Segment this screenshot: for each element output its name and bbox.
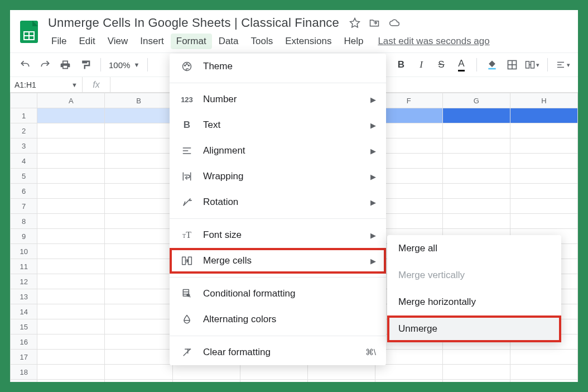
menu-item-label: Rotation xyxy=(203,197,238,208)
row-header[interactable]: 1 xyxy=(11,108,37,123)
menu-item-label: Merge cells xyxy=(203,255,252,266)
submenu-arrow-icon: ▶ xyxy=(370,147,376,155)
star-icon[interactable] xyxy=(349,17,360,28)
col-header-h[interactable]: H xyxy=(510,93,577,108)
palette-icon xyxy=(181,60,193,73)
bold-button[interactable]: B xyxy=(394,58,408,72)
menu-item-label: Theme xyxy=(203,61,233,72)
menu-insert[interactable]: Insert xyxy=(134,34,170,49)
menu-item-label: Clear formatting xyxy=(203,347,271,358)
format-menu-cond[interactable]: Conditional formatting xyxy=(170,281,386,307)
name-box[interactable]: A1:H1▼ xyxy=(10,77,83,92)
menu-item-label: Font size xyxy=(203,230,242,241)
menu-data[interactable]: Data xyxy=(213,34,244,49)
cloud-status-icon[interactable] xyxy=(388,17,401,28)
svg-rect-23 xyxy=(189,257,192,264)
format-menu-alt[interactable]: Alternating colors xyxy=(170,307,386,332)
menubar: File Edit View Insert Format Data Tools … xyxy=(46,31,490,49)
col-header-g[interactable]: G xyxy=(442,93,510,108)
col-header-a[interactable]: A xyxy=(37,93,105,108)
svg-point-15 xyxy=(186,64,187,65)
cond-icon xyxy=(181,288,193,300)
text-color-button[interactable]: A xyxy=(454,58,469,72)
format-dropdown: Theme123Number▶BText▶Alignment▶Wrapping▶… xyxy=(170,54,386,365)
menu-view[interactable]: View xyxy=(102,34,134,49)
app-window: Unmerge Cells In Google Sheets | Classic… xyxy=(10,10,578,382)
strikethrough-button[interactable]: S xyxy=(434,58,449,72)
zoom-selector[interactable]: 100%▼ xyxy=(109,60,139,70)
merge-submenu-merge-all[interactable]: Merge all xyxy=(387,235,561,262)
drop-icon xyxy=(181,313,193,326)
bold-icon: B xyxy=(181,119,193,131)
row-19: 19 xyxy=(11,380,578,383)
menu-help[interactable]: Help xyxy=(338,34,369,49)
menu-tools[interactable]: Tools xyxy=(245,34,279,49)
submenu-arrow-icon: ▶ xyxy=(370,257,376,265)
format-menu-wrapping[interactable]: Wrapping▶ xyxy=(170,164,386,189)
submenu-arrow-icon: ▶ xyxy=(370,121,376,130)
svg-rect-22 xyxy=(182,257,186,264)
move-to-folder-icon[interactable] xyxy=(368,17,380,28)
clear-icon xyxy=(181,346,193,358)
align-icon xyxy=(181,145,193,157)
fx-label: fx xyxy=(83,77,110,92)
sheets-logo-icon[interactable] xyxy=(19,18,39,45)
undo-button[interactable] xyxy=(18,58,32,72)
svg-point-16 xyxy=(188,65,189,66)
svg-rect-9 xyxy=(531,61,534,68)
svg-point-14 xyxy=(185,65,186,66)
menu-file[interactable]: File xyxy=(46,34,72,49)
submenu-arrow-icon: ▶ xyxy=(370,198,376,207)
col-header-b[interactable]: B xyxy=(105,93,172,108)
merge-cells-button[interactable]: ▾ xyxy=(525,58,539,72)
submenu-arrow-icon: ▶ xyxy=(370,95,376,104)
wrap-icon xyxy=(181,170,193,183)
format-menu-merge[interactable]: Merge cells▶ xyxy=(170,248,386,274)
menu-item-label: Conditional formatting xyxy=(203,288,295,299)
submenu-arrow-icon: ▶ xyxy=(370,173,376,181)
format-menu-rotation[interactable]: Rotation▶ xyxy=(170,189,386,215)
merge-submenu-merge-horiz[interactable]: Merge horizontally xyxy=(387,289,561,315)
menu-item-label: Number xyxy=(203,94,237,105)
paint-format-button[interactable] xyxy=(78,58,93,72)
submenu-arrow-icon: ▶ xyxy=(370,231,376,240)
menu-format[interactable]: Format xyxy=(171,34,212,49)
last-edit-link[interactable]: Last edit was seconds ago xyxy=(378,36,489,47)
horizontal-align-button[interactable]: ▾ xyxy=(556,58,570,72)
redo-button[interactable] xyxy=(38,58,52,72)
merge-submenu-unmerge[interactable]: Unmerge xyxy=(387,315,561,342)
document-title[interactable]: Unmerge Cells In Google Sheets | Classic… xyxy=(46,15,341,31)
tT-icon: TT xyxy=(181,229,193,241)
italic-button[interactable]: I xyxy=(414,58,428,72)
menu-item-label: Alternating colors xyxy=(203,314,276,325)
menu-extensions[interactable]: Extensions xyxy=(279,34,337,49)
merge-cells-submenu: Merge allMerge verticallyMerge horizonta… xyxy=(387,235,561,342)
menu-item-label: Alignment xyxy=(203,145,245,156)
format-menu-number[interactable]: 123Number▶ xyxy=(170,87,386,112)
fill-color-button[interactable] xyxy=(485,58,499,72)
titlebar: Unmerge Cells In Google Sheets | Classic… xyxy=(10,10,578,49)
menu-item-label: Wrapping xyxy=(203,171,243,182)
select-all-corner[interactable] xyxy=(11,93,37,108)
svg-rect-8 xyxy=(526,61,529,68)
format-menu-theme[interactable]: Theme xyxy=(170,54,386,79)
svg-rect-4 xyxy=(488,68,495,70)
rotate-icon xyxy=(181,196,193,208)
menu-edit[interactable]: Edit xyxy=(73,34,100,49)
123-icon: 123 xyxy=(181,93,193,106)
borders-button[interactable] xyxy=(505,58,519,72)
menu-item-label: Text xyxy=(203,119,220,131)
format-menu-clear[interactable]: Clear formatting⌘\ xyxy=(170,340,386,365)
row-18: 18 xyxy=(11,365,578,380)
print-button[interactable] xyxy=(58,58,73,72)
keyboard-shortcut: ⌘\ xyxy=(365,347,376,357)
format-menu-alignment[interactable]: Alignment▶ xyxy=(170,138,386,164)
merge-submenu-merge-vert: Merge vertically xyxy=(387,262,561,289)
format-menu-fontsize[interactable]: TTFont size▶ xyxy=(170,222,386,248)
format-menu-text[interactable]: BText▶ xyxy=(170,112,386,138)
merge-icon xyxy=(181,255,193,267)
